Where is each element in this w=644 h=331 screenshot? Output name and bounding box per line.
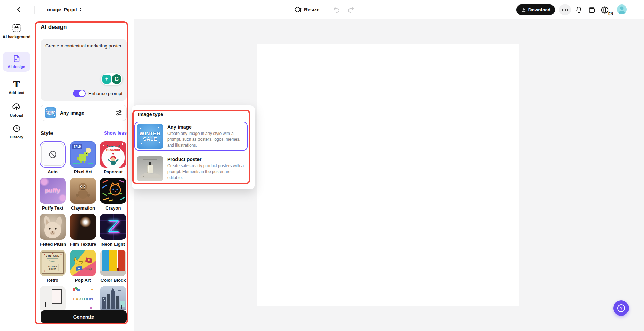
drawer-icon bbox=[588, 6, 596, 14]
style-option-claymation[interactable]: Claymation bbox=[70, 178, 96, 211]
style-option-label: Color Block bbox=[100, 278, 126, 283]
style-option-pop-art[interactable]: Pop Art bbox=[70, 250, 96, 283]
language-button[interactable]: EN bbox=[600, 4, 612, 15]
archive-button[interactable] bbox=[587, 5, 597, 14]
option-description: Create sales-ready product posters with … bbox=[167, 163, 246, 180]
style-option-label: Felted Plush bbox=[40, 242, 66, 247]
style-option-puffy-text[interactable]: puffy Puffy Text bbox=[40, 178, 66, 211]
style-thumb-crayon bbox=[100, 178, 126, 204]
style-thumb-papercut: Seasonal Discount bbox=[100, 141, 126, 168]
history-clock-icon bbox=[12, 124, 21, 133]
enhance-prompt-row: Enhance prompt bbox=[73, 90, 122, 97]
style-option-extra-1[interactable] bbox=[40, 286, 66, 310]
style-thumb-retro: VINTAGE POSTERCOVER bbox=[40, 250, 66, 276]
product-poster-thumbnail bbox=[137, 156, 163, 181]
style-thumb-pixel-art: TALD bbox=[70, 141, 96, 168]
canvas[interactable] bbox=[257, 44, 519, 306]
ai-design-panel: AI design Create a contextual marketing … bbox=[33, 19, 134, 331]
style-option-felted-plush[interactable]: Felted Plush bbox=[40, 214, 66, 247]
grammarly-suggestion-icon bbox=[102, 75, 111, 84]
image-type-value: Any image bbox=[60, 110, 84, 116]
image-type-option-product-poster[interactable]: Product poster Create sales-ready produc… bbox=[135, 154, 247, 183]
sidebar-item-ai-design[interactable]: AI design bbox=[3, 52, 30, 72]
style-option-extra-3[interactable] bbox=[100, 286, 126, 310]
sidebar-item-label: AI background bbox=[0, 34, 33, 39]
image-type-selector[interactable]: WINTERSALE Any image bbox=[41, 105, 127, 121]
download-label: Download bbox=[528, 7, 551, 12]
style-section-header: Style Show less bbox=[41, 130, 127, 136]
prompt-input[interactable]: Create a contextual marketing poster G E… bbox=[41, 39, 127, 101]
sidebar-item-upload[interactable]: Upload bbox=[0, 102, 33, 118]
prompt-text: Create a contextual marketing poster bbox=[41, 39, 127, 54]
option-text: Any image Create any image in any style … bbox=[167, 124, 246, 148]
style-option-label: Retro bbox=[40, 278, 66, 283]
avatar[interactable] bbox=[617, 4, 627, 14]
resize-icon bbox=[294, 6, 302, 13]
style-option-neon-light[interactable]: Neon Light bbox=[100, 214, 126, 247]
style-option-film-texture[interactable]: Film Texture bbox=[70, 214, 96, 247]
style-option-color-block[interactable]: Color Block bbox=[100, 250, 126, 283]
grammarly-widget[interactable]: G bbox=[101, 73, 122, 85]
style-option-label: Pop Art bbox=[70, 278, 96, 283]
download-icon bbox=[521, 7, 526, 13]
sidebar: AI background AI design T Add text Uploa… bbox=[0, 19, 33, 331]
topbar-divider bbox=[34, 6, 35, 14]
sidebar-divider bbox=[6, 75, 27, 75]
person-silhouette bbox=[117, 268, 119, 271]
style-grid: Auto TALD bbox=[40, 141, 127, 310]
show-less-link[interactable]: Show less bbox=[104, 130, 127, 136]
style-option-label: Crayon bbox=[100, 205, 126, 211]
grammarly-icon: G bbox=[112, 74, 121, 84]
image-type-thumbnail: WINTERSALE bbox=[45, 107, 56, 118]
undo-icon bbox=[333, 6, 341, 14]
style-thumb-film-texture bbox=[70, 214, 96, 240]
style-option-crayon[interactable]: Crayon bbox=[100, 178, 126, 211]
notifications-button[interactable] bbox=[574, 5, 583, 14]
undo-button[interactable] bbox=[332, 6, 341, 14]
style-thumb-city bbox=[100, 286, 126, 310]
enhance-prompt-label: Enhance prompt bbox=[88, 91, 122, 96]
style-option-label: Auto bbox=[40, 169, 66, 174]
enhance-prompt-toggle[interactable] bbox=[73, 90, 86, 97]
style-option-papercut[interactable]: Seasonal Discount Papercut bbox=[100, 141, 126, 174]
redo-button[interactable] bbox=[346, 6, 355, 14]
topbar-divider bbox=[328, 6, 328, 14]
style-thumb-cartoon: CARTOON bbox=[70, 286, 96, 310]
back-button[interactable] bbox=[14, 5, 24, 14]
sidebar-item-label: AI design bbox=[3, 64, 30, 69]
redo-icon bbox=[346, 6, 355, 14]
app-root: image_Pippit_20 Resize Download bbox=[0, 0, 644, 331]
resize-button[interactable]: Resize bbox=[294, 4, 319, 15]
help-icon: ? bbox=[617, 304, 625, 312]
style-option-label: Puffy Text bbox=[40, 205, 66, 211]
option-description: Create any image in any style with a pro… bbox=[167, 131, 246, 148]
option-title: Any image bbox=[167, 124, 246, 130]
ellipsis-icon bbox=[562, 9, 564, 11]
download-button[interactable]: Download bbox=[516, 4, 555, 15]
image-type-option-any-image[interactable]: WINTERSALE Any image Create any image in… bbox=[134, 122, 248, 151]
topbar: image_Pippit_20 Resize Download bbox=[0, 0, 644, 19]
style-option-label: Papercut bbox=[100, 169, 126, 174]
style-option-retro[interactable]: VINTAGE POSTERCOVER Retro bbox=[40, 250, 66, 283]
sliders-icon bbox=[115, 109, 122, 116]
ai-design-icon bbox=[12, 54, 21, 63]
back-chevron-icon bbox=[15, 6, 23, 14]
none-icon bbox=[48, 150, 57, 159]
more-options-button[interactable] bbox=[559, 4, 571, 15]
document-title: image_Pippit_20 bbox=[47, 7, 81, 12]
sidebar-item-label: Add text bbox=[0, 90, 33, 95]
any-image-thumbnail: WINTERSALE bbox=[137, 124, 163, 149]
generate-button[interactable]: Generate bbox=[41, 310, 127, 323]
style-option-pixel-art[interactable]: TALD Pixel Art bbox=[70, 141, 96, 174]
sidebar-item-label: Upload bbox=[0, 113, 33, 118]
help-button[interactable]: ? bbox=[613, 300, 629, 316]
style-option-extra-2[interactable]: CARTOON bbox=[70, 286, 96, 310]
style-option-auto[interactable]: Auto bbox=[40, 141, 66, 174]
style-thumb-color-block bbox=[100, 250, 126, 276]
text-tool-icon: T bbox=[0, 80, 33, 89]
style-thumb-puffy-text: puffy bbox=[40, 178, 66, 204]
sidebar-item-ai-background[interactable]: AI background bbox=[0, 23, 33, 39]
sidebar-item-add-text[interactable]: T Add text bbox=[0, 80, 33, 95]
sidebar-item-history[interactable]: History bbox=[0, 124, 33, 139]
style-option-label: Pixel Art bbox=[70, 169, 96, 174]
